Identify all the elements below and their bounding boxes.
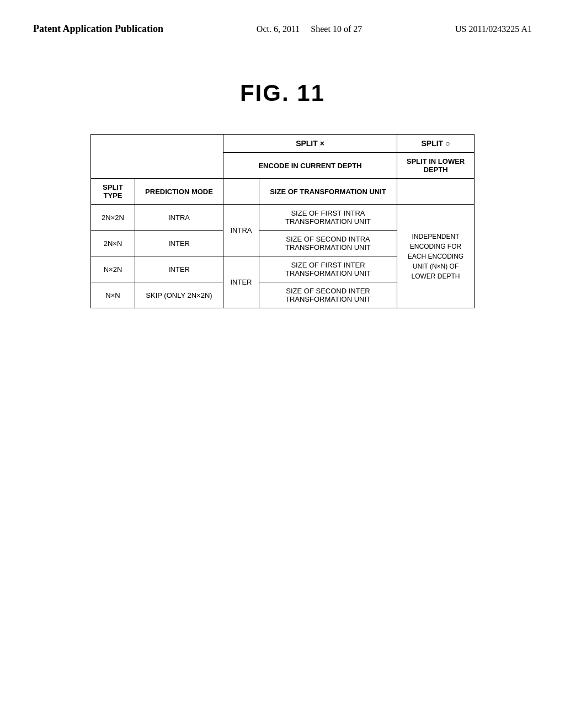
intra-inter-cell: INTER [223, 256, 259, 308]
split-o-label: SPLIT ○ [397, 135, 475, 153]
top-header-row: SPLIT × SPLIT ○ [91, 135, 475, 153]
patent-number: US 2011/0243225 A1 [455, 24, 532, 34]
intra-inter-cell: INTRA [223, 205, 259, 256]
split-lower-header: SPLIT IN LOWER DEPTH [397, 153, 475, 179]
split-lower-cell: INDEPENDENTENCODING FOREACH ENCODINGUNIT… [397, 205, 475, 308]
split-x-label: SPLIT × [223, 135, 397, 153]
encode-header: ENCODE IN CURRENT DEPTH [223, 153, 397, 179]
prediction-cell: INTER [135, 256, 223, 282]
figure-title: FIG. 11 [0, 80, 565, 106]
split-type-cell: 2N×2N [91, 205, 135, 231]
transform-cell: SIZE OF SECOND INTRA TRANSFORMATION UNIT [259, 231, 397, 256]
publication-title: Patent Application Publication [33, 22, 163, 36]
transform-cell: SIZE OF FIRST INTRA TRANSFORMATION UNIT [259, 205, 397, 231]
col-intra-inter-header [223, 179, 259, 205]
prediction-cell: SKIP (ONLY 2N×2N) [135, 282, 223, 308]
col-prediction-header: PREDICTION MODE [135, 179, 223, 205]
prediction-cell: INTRA [135, 205, 223, 231]
split-type-cell: 2N×N [91, 231, 135, 256]
page-header: Patent Application Publication Oct. 6, 2… [0, 0, 565, 47]
publication-date: Oct. 6, 2011 Sheet 10 of 27 [257, 24, 362, 34]
split-type-cell: N×2N [91, 256, 135, 282]
table-row: 2N×2N INTRA INTRA SIZE OF FIRST INTRA TR… [91, 205, 475, 231]
transform-cell: SIZE OF FIRST INTER TRANSFORMATION UNIT [259, 256, 397, 282]
col-split-o-header [397, 179, 475, 205]
data-table: SPLIT × SPLIT ○ ENCODE IN CURRENT DEPTH … [90, 134, 475, 308]
split-type-cell: N×N [91, 282, 135, 308]
col-split-type-header: SPLIT TYPE [91, 179, 135, 205]
table-container: SPLIT × SPLIT ○ ENCODE IN CURRENT DEPTH … [0, 134, 565, 308]
independent-text: INDEPENDENTENCODING FOREACH ENCODINGUNIT… [403, 232, 468, 281]
col-headers-row: SPLIT TYPE PREDICTION MODE SIZE OF TRANS… [91, 179, 475, 205]
prediction-cell: INTER [135, 231, 223, 256]
col-transform-header: SIZE OF TRANSFORMATION UNIT [259, 179, 397, 205]
transform-cell: SIZE OF SECOND INTER TRANSFORMATION UNIT [259, 282, 397, 308]
